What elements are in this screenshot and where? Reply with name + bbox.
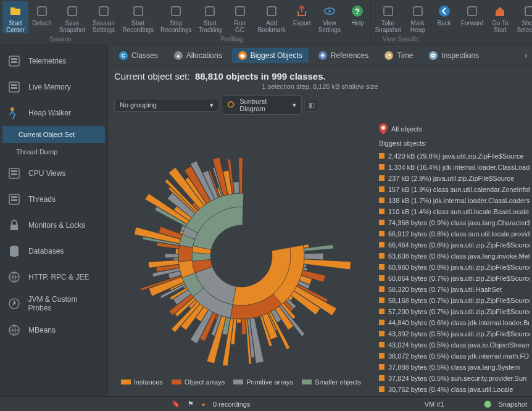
back-icon bbox=[437, 4, 452, 19]
biggest-object-row[interactable]: 2,420 kB (29.8%) java.util.zip.ZipFile$S… bbox=[379, 151, 530, 162]
export-icon bbox=[294, 4, 309, 19]
sidebar-label: MBeans bbox=[28, 326, 56, 334]
detach-button[interactable]: Detach bbox=[28, 1, 56, 33]
sidebar-item-monitors-locks[interactable]: Monitors & Locks bbox=[0, 212, 107, 238]
help-button[interactable]: ?Help bbox=[344, 1, 370, 27]
forward-button[interactable]: Forward bbox=[457, 1, 488, 33]
biggest-object-row[interactable]: 43,024 bytes (0.5%) class java.io.Object… bbox=[379, 339, 530, 351]
view-settings-button[interactable]: View Settings bbox=[315, 1, 344, 33]
take-snapshot-button[interactable]: Take Snapshot bbox=[371, 1, 404, 33]
sidebar-item-threads[interactable]: Threads bbox=[0, 186, 107, 212]
session-settings-button[interactable]: Session Settings bbox=[89, 1, 118, 33]
run-gc-button[interactable]: Run GC bbox=[225, 1, 254, 33]
globe2-icon bbox=[6, 322, 22, 338]
filter-icon: ◧ bbox=[309, 101, 315, 109]
tab-time[interactable]: ◔Time bbox=[378, 48, 419, 63]
biggest-object-row[interactable]: 237 kB (2.9%) java.util.zip.ZipFile$Sour… bbox=[379, 173, 530, 184]
start-recordings-button[interactable]: Start Recordings bbox=[119, 1, 157, 33]
fwd-icon bbox=[465, 4, 480, 19]
start-tracking-button[interactable]: Start Tracking bbox=[195, 1, 225, 33]
rec-icon bbox=[131, 4, 146, 19]
biggest-object-row[interactable]: 157 kB (1.9%) class sun.util.calendar.Zo… bbox=[379, 184, 530, 195]
flag-icon[interactable]: ⚑ bbox=[188, 400, 194, 408]
toolbar-label: Take Snapshot bbox=[375, 20, 401, 33]
biggest-object-row[interactable]: 60,960 bytes (0.8%) java.util.zip.ZipFil… bbox=[379, 262, 530, 273]
save-snapshot-button[interactable]: Save Snapshot bbox=[56, 1, 89, 33]
toolbar-label: Detach bbox=[32, 20, 52, 27]
biggest-object-row[interactable]: 58,168 bytes (0.7%) java.util.zip.ZipFil… bbox=[379, 295, 530, 306]
biggest-object-row[interactable]: 38,072 bytes (0.5%) class jdk.internal.m… bbox=[379, 351, 530, 362]
biggest-object-row[interactable]: 37,888 bytes (0.5%) class java.lang.Syst… bbox=[379, 362, 530, 373]
root-node[interactable]: All objects bbox=[379, 123, 530, 135]
biggest-object-row[interactable]: 110 kB (1.4%) class sun.util.locale.Base… bbox=[379, 206, 530, 217]
object-label: 66,912 bytes (0.8%) class sun.util.local… bbox=[388, 230, 530, 238]
tab-allocations[interactable]: ▲Allocations bbox=[168, 48, 228, 63]
sunburst-chart[interactable] bbox=[118, 127, 365, 373]
diagram-combo[interactable]: Sunburst Diagram ▾ bbox=[222, 95, 302, 115]
biggest-object-row[interactable]: 44,840 bytes (0.6%) class jdk.internal.l… bbox=[379, 317, 530, 328]
sidebar-label: JVM & Custom Probes bbox=[28, 295, 101, 312]
sidebar-item-telemetries[interactable]: Telemetries bbox=[0, 48, 107, 74]
biggest-object-row[interactable]: 138 kB (1.7%) jdk.internal.loader.ClassL… bbox=[379, 195, 530, 206]
tab-classes[interactable]: CClasses bbox=[113, 48, 164, 63]
spool-icon bbox=[6, 191, 22, 207]
sidebar-item-heap-walker[interactable]: Heap Walker bbox=[0, 100, 107, 126]
mark-heap-button[interactable]: Mark Heap bbox=[405, 1, 431, 33]
export-button[interactable]: Export bbox=[289, 1, 315, 33]
add-bookmark-button[interactable]: Add Bookmark bbox=[254, 1, 289, 33]
recordings-label[interactable]: 0 recordings bbox=[213, 401, 251, 408]
sidebar-item-databases[interactable]: Databases bbox=[0, 238, 107, 264]
biggest-object-row[interactable]: 60,864 bytes (0.7%) java.util.zip.ZipFil… bbox=[379, 273, 530, 284]
tab-references[interactable]: ✳References bbox=[312, 48, 375, 63]
controls-row: No grouping ▾ Sunburst Diagram ▾ ◧ bbox=[108, 91, 532, 118]
legend-label: Primitive arrays bbox=[246, 378, 293, 386]
tab-label: Classes bbox=[131, 51, 158, 60]
sidebar-item-thread-dump[interactable]: Thread Dump bbox=[0, 143, 107, 160]
sidebar-item-cpu-views[interactable]: CPU Views bbox=[0, 160, 107, 186]
back-button[interactable]: Back bbox=[431, 1, 457, 33]
sidebar-item-http-rpc-jee[interactable]: HTTP, RPC & JEE bbox=[0, 264, 107, 290]
root-label: All objects bbox=[391, 125, 422, 133]
diagram-value: Sunburst Diagram bbox=[239, 98, 288, 112]
svg-rect-13 bbox=[414, 7, 422, 15]
sidebar-item-mbeans[interactable]: MBeans bbox=[0, 317, 107, 343]
show-selection-button[interactable]: Show Selection bbox=[513, 1, 532, 33]
globe-icon bbox=[6, 269, 22, 285]
bookmark-icon[interactable]: 🔖 bbox=[172, 400, 180, 408]
biggest-object-row[interactable]: 66,464 bytes (0.8%) java.util.zip.ZipFil… bbox=[379, 239, 530, 251]
snapshot-label[interactable]: Snapshot bbox=[499, 401, 527, 408]
sidebar-item-jvm-custom-probes[interactable]: JVM & Custom Probes bbox=[0, 290, 107, 317]
tab-biggest-objects[interactable]: ◉Biggest Objects bbox=[232, 48, 309, 63]
toolbar-label: Start Recordings bbox=[123, 20, 154, 33]
object-icon bbox=[379, 264, 384, 270]
biggest-object-row[interactable]: 58,320 bytes (0.7%) java.util.HashSet bbox=[379, 284, 530, 295]
svg-point-14 bbox=[439, 6, 450, 17]
legend-primitive-arrays: Primitive arrays bbox=[233, 378, 293, 386]
biggest-object-row[interactable]: 37,824 bytes (0.5%) sun.security.provide… bbox=[379, 373, 530, 384]
grouping-combo[interactable]: No grouping ▾ bbox=[114, 99, 219, 112]
legend-label: Smaller objects bbox=[315, 378, 361, 386]
sidebar-item-live-memory[interactable]: Live Memory bbox=[0, 74, 107, 100]
biggest-object-row[interactable]: 43,392 bytes (0.5%) java.util.zip.ZipFil… bbox=[379, 328, 530, 339]
object-icon bbox=[379, 242, 384, 247]
biggest-object-row[interactable]: 74,368 bytes (0.9%) class java.lang.Char… bbox=[379, 217, 530, 228]
go-to-start-button[interactable]: Go To Start bbox=[487, 1, 513, 33]
object-icon bbox=[379, 386, 384, 392]
object-label: 60,960 bytes (0.8%) java.util.zip.ZipFil… bbox=[388, 263, 530, 272]
legend-label: Object arrays bbox=[185, 378, 225, 386]
tab-inspections[interactable]: ✿Inspections bbox=[423, 48, 485, 63]
object-icon bbox=[379, 364, 384, 370]
classes-icon: C bbox=[119, 51, 128, 60]
main-area: TelemetriesLive MemoryHeap WalkerCurrent… bbox=[0, 44, 532, 396]
vm-label[interactable]: VM #1 bbox=[425, 401, 444, 408]
start-center-button[interactable]: Start Center bbox=[2, 1, 28, 33]
tabs-overflow-icon[interactable]: › bbox=[525, 51, 527, 60]
biggest-object-row[interactable]: 30,752 bytes (0.4%) class java.util.Loca… bbox=[379, 384, 530, 395]
biggest-object-row[interactable]: 66,912 bytes (0.8%) class sun.util.local… bbox=[379, 228, 530, 239]
filter-button[interactable]: ◧ bbox=[304, 99, 319, 112]
biggest-object-row[interactable]: 57,200 bytes (0.7%) java.util.zip.ZipFil… bbox=[379, 306, 530, 317]
sidebar-item-current-object-set[interactable]: Current Object Set bbox=[2, 126, 105, 143]
stop-recordings-button[interactable]: Stop Recordings bbox=[157, 1, 195, 33]
biggest-object-row[interactable]: 63,608 bytes (0.8%) class java.lang.invo… bbox=[379, 251, 530, 262]
biggest-object-row[interactable]: 1,334 kB (16.4%) jdk.internal.loader.Cla… bbox=[379, 162, 530, 173]
